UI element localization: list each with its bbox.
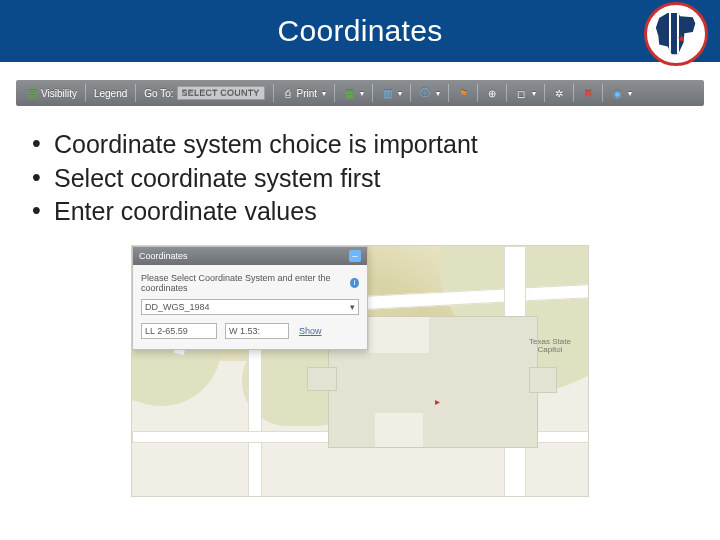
map-feature-label: Texas State Capitol xyxy=(520,338,580,356)
minimize-button[interactable]: – xyxy=(349,250,361,262)
printer-icon: ⎙ xyxy=(282,87,294,99)
gear-icon: ✲ xyxy=(553,87,565,99)
legend-label: Legend xyxy=(94,88,127,99)
county-select[interactable]: SELECT COUNTY xyxy=(177,86,265,100)
select-box-icon: ◻ xyxy=(515,87,527,99)
goto-area: Go To: SELECT COUNTY xyxy=(140,80,268,106)
select-dropdown[interactable]: ◻ xyxy=(511,80,540,106)
bullet-list: Coordinate system choice is important Se… xyxy=(30,128,720,229)
coordinates-panel-title: Coordinates xyxy=(139,251,188,261)
latitude-input[interactable]: LL 2-65.59 xyxy=(141,323,217,339)
title-bar: Coordinates ★ xyxy=(0,0,720,62)
county-seal-logo: ★ xyxy=(644,2,708,66)
layers-icon: ▤ xyxy=(26,87,38,99)
apps-icon: ▥ xyxy=(381,87,393,99)
identify-dropdown[interactable]: ⓘ xyxy=(415,80,444,106)
map-pin-icon: ▸ xyxy=(435,396,440,407)
page-title: Coordinates xyxy=(277,14,442,48)
print-dropdown[interactable]: ⎙ Print xyxy=(278,80,331,106)
bullet-item: Coordinate system choice is important xyxy=(30,128,720,162)
coordinate-system-value: DD_WGS_1984 xyxy=(145,302,210,312)
tools-dropdown[interactable]: ▥ xyxy=(377,80,406,106)
show-button[interactable]: Show xyxy=(297,326,322,336)
coordinates-panel-titlebar[interactable]: Coordinates – xyxy=(133,247,367,265)
goto-label: Go To: xyxy=(144,88,173,99)
print-label: Print xyxy=(297,88,318,99)
grid-icon: ▦ xyxy=(343,87,355,99)
map-screenshot: Texas State Capitol ▸ Coordinates – Plea… xyxy=(131,245,589,497)
settings-tool[interactable]: ✲ xyxy=(549,80,569,106)
clear-tool[interactable]: ✖ xyxy=(578,80,598,106)
globe-lines-icon: ⊕ xyxy=(486,87,498,99)
bullet-item: Enter coordinate values xyxy=(30,195,720,229)
coordinate-system-select[interactable]: DD_WGS_1984 ▾ xyxy=(141,299,359,315)
flag-icon: ⚑ xyxy=(457,87,469,99)
info-icon[interactable]: i xyxy=(350,278,359,288)
clear-icon: ✖ xyxy=(582,87,594,99)
map-toolbar: ▤ Visibility Legend Go To: SELECT COUNTY… xyxy=(16,80,704,106)
instruction-text: Please Select Coordinate System and ente… xyxy=(141,273,346,293)
visibility-toggle[interactable]: ▤ Visibility xyxy=(22,80,81,106)
info-icon: ⓘ xyxy=(419,87,431,99)
flag-tool[interactable]: ⚑ xyxy=(453,80,473,106)
globe-icon: ◉ xyxy=(611,87,623,99)
bullet-item: Select coordinate system first xyxy=(30,162,720,196)
chevron-down-icon: ▾ xyxy=(350,302,355,312)
more-dropdown[interactable]: ◉ xyxy=(607,80,636,106)
legend-toggle[interactable]: Legend xyxy=(90,80,131,106)
coordinates-tool[interactable]: ⊕ xyxy=(482,80,502,106)
coordinates-panel: Coordinates – Please Select Coordinate S… xyxy=(132,246,368,350)
basemap-dropdown[interactable]: ▦ xyxy=(339,80,368,106)
visibility-label: Visibility xyxy=(41,88,77,99)
longitude-input[interactable]: W 1.53: xyxy=(225,323,289,339)
